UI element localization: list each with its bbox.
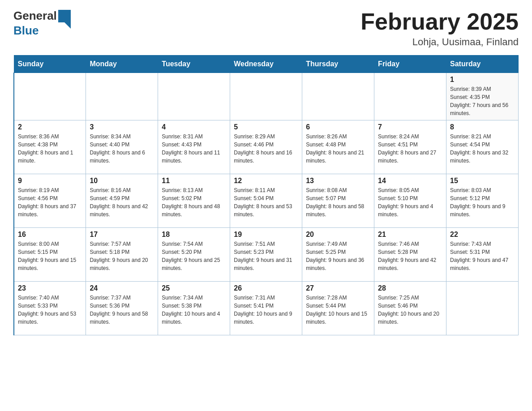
day-info: Sunrise: 7:46 AMSunset: 5:28 PMDaylight:…: [378, 240, 442, 272]
day-number: 12: [234, 177, 298, 185]
day-info: Sunrise: 8:11 AMSunset: 5:04 PMDaylight:…: [234, 186, 298, 218]
week-row-1: 1Sunrise: 8:39 AMSunset: 4:35 PMDaylight…: [14, 73, 519, 120]
day-number: 23: [18, 284, 82, 292]
day-info: Sunrise: 8:05 AMSunset: 5:10 PMDaylight:…: [378, 186, 442, 218]
day-number: 10: [90, 177, 154, 185]
calendar-cell: 5Sunrise: 8:29 AMSunset: 4:46 PMDaylight…: [230, 120, 302, 174]
day-number: 6: [306, 123, 370, 131]
calendar-cell: 19Sunrise: 7:51 AMSunset: 5:23 PMDayligh…: [230, 228, 302, 282]
day-number: 17: [90, 231, 154, 239]
calendar-cell: 17Sunrise: 7:57 AMSunset: 5:18 PMDayligh…: [86, 228, 158, 282]
day-info: Sunrise: 8:16 AMSunset: 4:59 PMDaylight:…: [90, 186, 154, 218]
calendar-cell: [302, 73, 374, 120]
location-text: Lohja, Uusimaa, Finland: [360, 36, 519, 48]
day-number: 5: [234, 123, 298, 131]
calendar-cell: 16Sunrise: 8:00 AMSunset: 5:15 PMDayligh…: [14, 228, 86, 282]
calendar-cell: 27Sunrise: 7:28 AMSunset: 5:44 PMDayligh…: [302, 282, 374, 335]
logo: General Blue: [13, 9, 71, 38]
calendar-cell: 1Sunrise: 8:39 AMSunset: 4:35 PMDaylight…: [446, 73, 519, 120]
day-number: 24: [90, 284, 154, 292]
day-info: Sunrise: 7:43 AMSunset: 5:31 PMDaylight:…: [450, 240, 515, 272]
day-info: Sunrise: 8:39 AMSunset: 4:35 PMDaylight:…: [450, 85, 515, 117]
day-info: Sunrise: 7:31 AMSunset: 5:41 PMDaylight:…: [234, 294, 298, 326]
day-info: Sunrise: 8:00 AMSunset: 5:15 PMDaylight:…: [18, 240, 82, 272]
day-number: 1: [450, 76, 515, 84]
day-info: Sunrise: 7:40 AMSunset: 5:33 PMDaylight:…: [18, 294, 82, 326]
calendar-cell: 22Sunrise: 7:43 AMSunset: 5:31 PMDayligh…: [446, 228, 519, 282]
day-number: 8: [450, 123, 515, 131]
day-number: 25: [162, 284, 226, 292]
calendar-cell: [446, 282, 519, 335]
calendar-cell: 3Sunrise: 8:34 AMSunset: 4:40 PMDaylight…: [86, 120, 158, 174]
day-info: Sunrise: 8:29 AMSunset: 4:46 PMDaylight:…: [234, 133, 298, 165]
day-number: 20: [306, 231, 370, 239]
day-number: 3: [90, 123, 154, 131]
calendar-cell: 12Sunrise: 8:11 AMSunset: 5:04 PMDayligh…: [230, 174, 302, 228]
calendar-cell: 15Sunrise: 8:03 AMSunset: 5:12 PMDayligh…: [446, 174, 519, 228]
day-info: Sunrise: 8:03 AMSunset: 5:12 PMDaylight:…: [450, 186, 515, 218]
header-saturday: Saturday: [446, 56, 519, 73]
calendar-cell: 7Sunrise: 8:24 AMSunset: 4:51 PMDaylight…: [374, 120, 446, 174]
month-title: February 2025: [360, 9, 519, 34]
day-number: 22: [450, 231, 515, 239]
calendar-cell: 9Sunrise: 8:19 AMSunset: 4:56 PMDaylight…: [14, 174, 86, 228]
day-info: Sunrise: 8:13 AMSunset: 5:02 PMDaylight:…: [162, 186, 226, 218]
day-number: 19: [234, 231, 298, 239]
day-info: Sunrise: 7:54 AMSunset: 5:20 PMDaylight:…: [162, 240, 226, 272]
calendar-cell: [374, 73, 446, 120]
calendar-cell: 6Sunrise: 8:26 AMSunset: 4:48 PMDaylight…: [302, 120, 374, 174]
day-info: Sunrise: 7:34 AMSunset: 5:38 PMDaylight:…: [162, 294, 226, 326]
day-info: Sunrise: 7:51 AMSunset: 5:23 PMDaylight:…: [234, 240, 298, 272]
day-number: 11: [162, 177, 226, 185]
day-number: 26: [234, 284, 298, 292]
day-info: Sunrise: 7:57 AMSunset: 5:18 PMDaylight:…: [90, 240, 154, 272]
logo-general-text: General: [13, 9, 57, 23]
calendar-cell: [230, 73, 302, 120]
logo-icon: [58, 10, 71, 22]
calendar-cell: 8Sunrise: 8:21 AMSunset: 4:54 PMDaylight…: [446, 120, 519, 174]
day-info: Sunrise: 8:31 AMSunset: 4:43 PMDaylight:…: [162, 133, 226, 165]
header-friday: Friday: [374, 56, 446, 73]
day-info: Sunrise: 8:08 AMSunset: 5:07 PMDaylight:…: [306, 186, 370, 218]
day-number: 27: [306, 284, 370, 292]
day-number: 13: [306, 177, 370, 185]
week-row-4: 16Sunrise: 8:00 AMSunset: 5:15 PMDayligh…: [14, 228, 519, 282]
logo-blue-text: Blue: [13, 24, 39, 38]
day-number: 18: [162, 231, 226, 239]
day-info: Sunrise: 8:19 AMSunset: 4:56 PMDaylight:…: [18, 186, 82, 218]
day-number: 15: [450, 177, 515, 185]
header-wednesday: Wednesday: [230, 56, 302, 73]
header-thursday: Thursday: [302, 56, 374, 73]
calendar-cell: [14, 73, 86, 120]
calendar-cell: 23Sunrise: 7:40 AMSunset: 5:33 PMDayligh…: [14, 282, 86, 335]
calendar-cell: 21Sunrise: 7:46 AMSunset: 5:28 PMDayligh…: [374, 228, 446, 282]
day-info: Sunrise: 7:28 AMSunset: 5:44 PMDaylight:…: [306, 294, 370, 326]
day-info: Sunrise: 8:26 AMSunset: 4:48 PMDaylight:…: [306, 133, 370, 165]
day-number: 21: [378, 231, 442, 239]
calendar-cell: [86, 73, 158, 120]
day-number: 9: [18, 177, 82, 185]
calendar-cell: 14Sunrise: 8:05 AMSunset: 5:10 PMDayligh…: [374, 174, 446, 228]
day-number: 14: [378, 177, 442, 185]
calendar-cell: 11Sunrise: 8:13 AMSunset: 5:02 PMDayligh…: [158, 174, 230, 228]
calendar-cell: 4Sunrise: 8:31 AMSunset: 4:43 PMDaylight…: [158, 120, 230, 174]
day-number: 7: [378, 123, 442, 131]
calendar-cell: 26Sunrise: 7:31 AMSunset: 5:41 PMDayligh…: [230, 282, 302, 335]
day-info: Sunrise: 7:25 AMSunset: 5:46 PMDaylight:…: [378, 294, 442, 326]
calendar-cell: 13Sunrise: 8:08 AMSunset: 5:07 PMDayligh…: [302, 174, 374, 228]
title-area: February 2025 Lohja, Uusimaa, Finland: [360, 9, 519, 48]
calendar-cell: [158, 73, 230, 120]
week-row-2: 2Sunrise: 8:36 AMSunset: 4:38 PMDaylight…: [14, 120, 519, 174]
week-row-5: 23Sunrise: 7:40 AMSunset: 5:33 PMDayligh…: [14, 282, 519, 335]
calendar-cell: 20Sunrise: 7:49 AMSunset: 5:25 PMDayligh…: [302, 228, 374, 282]
day-number: 16: [18, 231, 82, 239]
calendar-cell: 2Sunrise: 8:36 AMSunset: 4:38 PMDaylight…: [14, 120, 86, 174]
calendar-header-row: SundayMondayTuesdayWednesdayThursdayFrid…: [14, 56, 519, 73]
day-info: Sunrise: 8:36 AMSunset: 4:38 PMDaylight:…: [18, 133, 82, 165]
calendar-table: SundayMondayTuesdayWednesdayThursdayFrid…: [13, 55, 519, 335]
day-info: Sunrise: 8:21 AMSunset: 4:54 PMDaylight:…: [450, 133, 515, 165]
day-number: 4: [162, 123, 226, 131]
page-header: General Blue February 2025 Lohja, Uusima…: [13, 9, 519, 48]
calendar-cell: 24Sunrise: 7:37 AMSunset: 5:36 PMDayligh…: [86, 282, 158, 335]
header-sunday: Sunday: [14, 56, 86, 73]
